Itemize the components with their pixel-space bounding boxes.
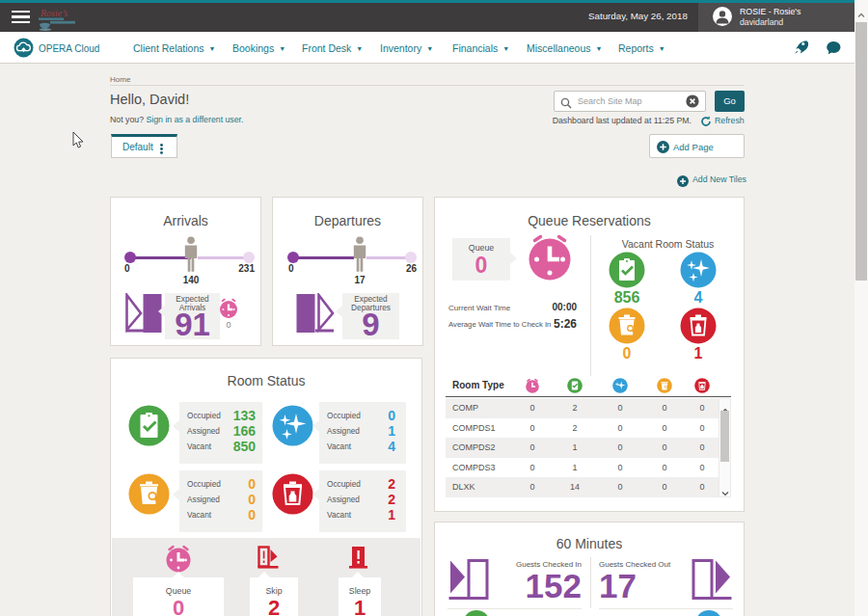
- svg-text:Rosie’s: Rosie’s: [40, 8, 68, 18]
